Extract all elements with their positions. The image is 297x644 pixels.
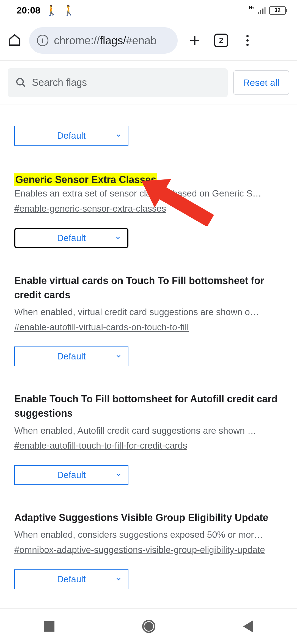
nav-recent-button[interactable] — [44, 621, 54, 632]
system-navbar — [0, 608, 297, 644]
search-flags-input[interactable]: Search flags — [8, 68, 228, 97]
flag-description: When enabled, considers suggestions expo… — [14, 528, 283, 541]
status-bar: 20:08 🚶 🚶 H+ 32 — [0, 0, 297, 21]
url-text: chrome://flags/#enab — [54, 34, 157, 47]
flag-dropdown[interactable]: Default — [14, 228, 128, 248]
svg-point-2 — [17, 78, 23, 85]
home-button[interactable] — [8, 33, 21, 48]
new-tab-button[interactable] — [185, 34, 204, 47]
flag-dropdown[interactable]: Default — [14, 465, 128, 485]
chevron-down-icon — [115, 574, 122, 585]
browser-toolbar: i chrome://flags/#enab 2 — [0, 21, 297, 61]
nav-home-button[interactable] — [142, 620, 155, 633]
flag-item: Enable virtual cards on Touch To Fill bo… — [0, 262, 297, 381]
reset-all-button[interactable]: Reset all — [233, 70, 289, 95]
status-time: 20:08 — [16, 5, 40, 16]
flag-title: Adaptive Suggestions Visible Group Eligi… — [14, 511, 283, 525]
flag-hash-link[interactable]: #enable-autofill-touch-to-fill-for-credi… — [14, 439, 187, 452]
dropdown-value: Default — [57, 470, 86, 480]
flag-title: Enable Touch To Fill bottomsheet for Aut… — [14, 392, 283, 421]
dropdown-value: Default — [57, 574, 86, 585]
flag-hash-link[interactable]: #omnibox-adaptive-suggestions-visible-gr… — [14, 543, 265, 557]
chevron-down-icon — [115, 351, 122, 362]
flags-search-row: Search flags Reset all — [0, 61, 297, 105]
network-type: H+ — [249, 5, 254, 10]
flag-dropdown[interactable]: Default — [14, 569, 128, 589]
search-placeholder: Search flags — [32, 77, 87, 88]
battery-icon: 32 — [269, 6, 286, 15]
overflow-menu-button[interactable] — [238, 34, 257, 47]
pedestrian-icon: 🚶 — [45, 5, 58, 16]
flag-hash-link[interactable]: #enable-generic-sensor-extra-classes — [14, 202, 166, 215]
flag-dropdown[interactable]: Default — [14, 126, 128, 146]
tab-count: 2 — [219, 36, 223, 45]
flag-description: Enables an extra set of sensor classes b… — [14, 187, 283, 200]
flags-list[interactable]: Default Generic Sensor Extra Classes Ena… — [0, 105, 297, 608]
tab-switcher-button[interactable]: 2 — [212, 34, 230, 47]
svg-line-3 — [22, 84, 25, 87]
flag-dropdown[interactable]: Default — [14, 346, 128, 366]
flag-item: Default — [0, 105, 297, 161]
chevron-down-icon — [115, 233, 121, 243]
flag-item: Generic Sensor Extra Classes Enables an … — [0, 161, 297, 262]
chevron-down-icon — [115, 470, 122, 480]
omnibox[interactable]: i chrome://flags/#enab — [29, 27, 178, 54]
search-icon — [15, 77, 26, 88]
nav-back-button[interactable] — [243, 620, 253, 632]
flag-title: Enable virtual cards on Touch To Fill bo… — [14, 274, 283, 302]
flag-hash-link[interactable]: #enable-autofill-virtual-cards-on-touch-… — [14, 320, 189, 334]
site-info-icon[interactable]: i — [37, 35, 48, 46]
dropdown-value: Default — [57, 351, 86, 362]
signal-icon — [258, 7, 266, 14]
dropdown-value: Default — [57, 130, 86, 141]
dropdown-value: Default — [57, 233, 86, 243]
flag-item: Enable Touch To Fill bottomsheet for Aut… — [0, 380, 297, 499]
chevron-down-icon — [115, 130, 122, 141]
flag-item: Adaptive Suggestions Visible Group Eligi… — [0, 499, 297, 603]
battery-percent: 32 — [274, 7, 280, 13]
flag-description: When enabled, virtual credit card sugges… — [14, 305, 283, 319]
flag-description: When enabled, Autofill credit card sugge… — [14, 424, 283, 437]
pedestrian-icon: 🚶 — [63, 5, 75, 16]
flag-title: Generic Sensor Extra Classes — [14, 173, 157, 186]
